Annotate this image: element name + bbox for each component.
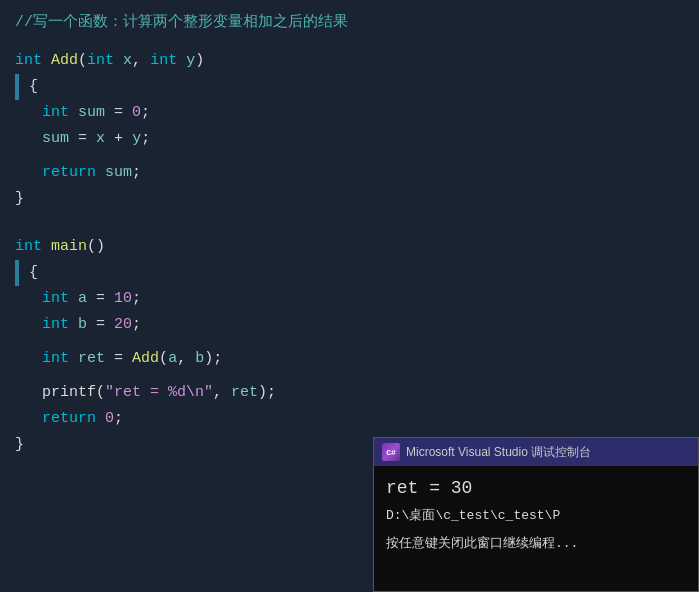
console-output-path: D:\桌面\c_test\c_test\P [386, 502, 686, 530]
close-brace-add: } [0, 186, 699, 212]
vs-logo-icon: C# [382, 443, 400, 461]
vs-console-title: Microsoft Visual Studio 调试控制台 [406, 444, 591, 461]
fn-add-name: Add [51, 48, 78, 74]
left-bar-2 [15, 260, 19, 286]
comment-line: //写一个函数：计算两个整形变量相加之后的结果 [0, 10, 699, 36]
left-bar-1 [15, 74, 19, 100]
decl-ret: int ret = Add(a, b); [0, 346, 699, 372]
kw-int-main: int [15, 234, 42, 260]
decl-a: int a = 10; [0, 286, 699, 312]
return-zero: return 0; [0, 406, 699, 432]
printf-line: printf("ret = %d\n", ret); [0, 380, 699, 406]
decl-sum: int sum = 0; [0, 100, 699, 126]
fn-main-name: main [51, 234, 87, 260]
decl-b: int b = 20; [0, 312, 699, 338]
vs-console-titlebar: C# Microsoft Visual Studio 调试控制台 [374, 438, 698, 466]
vs-console-popup[interactable]: C# Microsoft Visual Studio 调试控制台 ret = 3… [373, 437, 699, 592]
assign-sum: sum = x + y; [0, 126, 699, 152]
open-brace-main: { [0, 260, 699, 286]
kw-int-1: int [15, 48, 42, 74]
fn-add-sig: int Add(int x, int y) [0, 48, 699, 74]
console-output-prompt: 按任意键关闭此窗口继续编程... [386, 530, 686, 558]
console-output-ret: ret = 30 [386, 474, 686, 502]
fn-main-sig: int main() [0, 234, 699, 260]
return-sum: return sum; [0, 160, 699, 186]
comment-text: //写一个函数：计算两个整形变量相加之后的结果 [15, 10, 348, 36]
open-brace-add: { [0, 74, 699, 100]
vs-console-body: ret = 30 D:\桌面\c_test\c_test\P 按任意键关闭此窗口… [374, 466, 698, 566]
code-editor: //写一个函数：计算两个整形变量相加之后的结果 int Add(int x, i… [0, 0, 699, 592]
